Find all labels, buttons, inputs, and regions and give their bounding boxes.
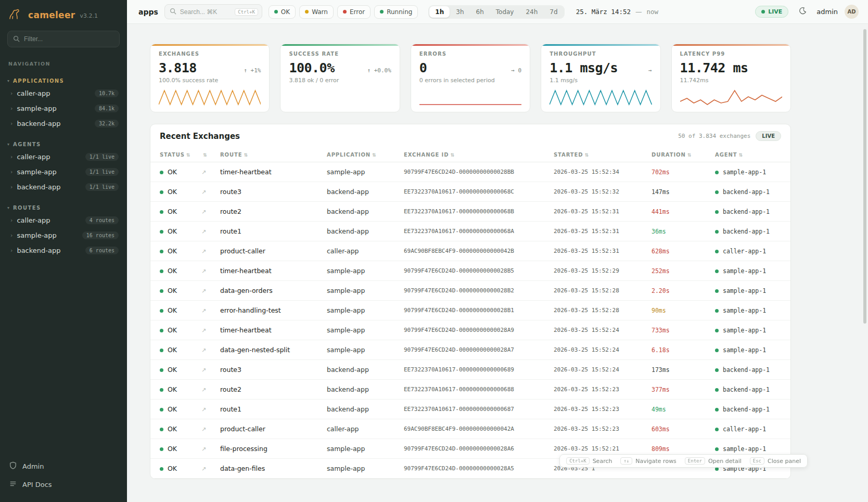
row-agent-label: sample-app-1 xyxy=(723,327,766,334)
sidebar-item-admin[interactable]: Admin xyxy=(0,457,127,475)
time-range-3h[interactable]: 3h xyxy=(450,6,469,18)
sidebar-item-caller-app[interactable]: › caller-app 10.7k xyxy=(0,86,127,101)
section-items: › caller-app 10.7k › sample-app 84.1k › … xyxy=(0,86,127,131)
stat-title: THROUGHPUT xyxy=(550,51,652,57)
exchange-row[interactable]: OK ↗ data-gen-orders sample-app 90799F47… xyxy=(150,281,790,301)
sidebar-filter[interactable] xyxy=(7,31,120,47)
sidebar-item-caller-app[interactable]: › caller-app 1/1 live xyxy=(0,149,127,164)
sidebar-item-backend-app[interactable]: › backend-app 6 routes xyxy=(0,243,127,258)
row-application: backend-app xyxy=(322,380,399,400)
exchange-row[interactable]: OK ↗ data-gen-nested-split sample-app 90… xyxy=(150,340,790,360)
status-filter-ok[interactable]: OK xyxy=(269,5,296,19)
time-range-6h[interactable]: 6h xyxy=(470,6,490,18)
exchange-row[interactable]: OK ↗ route3 backend-app EE7322370A10617-… xyxy=(150,182,790,202)
table-live-badge[interactable]: LIVE xyxy=(756,131,781,141)
column-header-agent[interactable]: AGENT⇅ xyxy=(710,148,790,162)
stat-trend: ↑ +0.0% xyxy=(367,67,391,74)
row-exchange-id: 90799F47E6CD24D-00000000000028BB xyxy=(399,162,548,182)
sidebar-item-backend-app[interactable]: › backend-app 1/1 live xyxy=(0,179,127,195)
open-detail-icon[interactable]: ↗ xyxy=(201,307,206,314)
sidebar-section-header[interactable]: ▾ AGENTS xyxy=(0,139,127,149)
row-duration: 603ms xyxy=(646,419,710,439)
sidebar-filter-input[interactable] xyxy=(24,35,114,43)
stat-value: 3.818 xyxy=(159,60,197,75)
sidebar-item-caller-app[interactable]: › caller-app 4 routes xyxy=(0,213,127,228)
time-display[interactable]: 25. März 14:52 — now xyxy=(576,8,658,16)
sidebar-section-header[interactable]: ▾ APPLICATIONS xyxy=(0,76,127,86)
exchange-row[interactable]: OK ↗ error-handling-test sample-app 9079… xyxy=(150,301,790,320)
status-filter-running[interactable]: Running xyxy=(374,5,418,19)
row-agent-label: backend-app-1 xyxy=(723,386,770,393)
status-filter-warn[interactable]: Warn xyxy=(299,5,334,19)
time-range-1h[interactable]: 1h xyxy=(429,6,450,18)
hint-label: Open detail xyxy=(708,458,742,465)
exchange-row[interactable]: OK ↗ product-caller caller-app 69AC90BF8… xyxy=(150,241,790,261)
open-detail-icon[interactable]: ↗ xyxy=(201,169,206,176)
global-search[interactable]: Ctrl+K xyxy=(164,4,262,19)
row-started: 2026-03-25 15:52:24 xyxy=(548,320,646,340)
exchange-row[interactable]: OK ↗ timer-heartbeat sample-app 90799F47… xyxy=(150,320,790,340)
sidebar-item-sample-app[interactable]: › sample-app 16 routes xyxy=(0,228,127,243)
sidebar-item-sample-app[interactable]: › sample-app 1/1 live xyxy=(0,164,127,179)
row-exchange-id: EE7322370A10617-0000000000000687 xyxy=(399,400,548,419)
sidebar-item-label: backend-app xyxy=(17,247,81,254)
sidebar-item-backend-app[interactable]: › backend-app 32.2k xyxy=(0,116,127,131)
scrollbar-thumb[interactable] xyxy=(863,29,866,324)
sidebar-section-header[interactable]: ▾ ROUTES xyxy=(0,203,127,213)
exchange-row[interactable]: OK ↗ timer-heartbeat sample-app 90799F47… xyxy=(150,261,790,281)
column-header-status[interactable]: STATUS⇅ xyxy=(150,148,196,162)
time-range-24h[interactable]: 24h xyxy=(520,6,543,18)
open-detail-icon[interactable]: ↗ xyxy=(201,367,206,374)
open-detail-icon[interactable]: ↗ xyxy=(201,268,206,275)
open-detail-icon[interactable]: ↗ xyxy=(201,466,206,472)
user-name[interactable]: admin xyxy=(816,8,838,16)
agent-status-dot xyxy=(715,428,719,431)
open-detail-icon[interactable]: ↗ xyxy=(201,347,206,354)
search-input[interactable] xyxy=(180,8,231,16)
sidebar: cameleer v3.2.1 NAVIGATION ▾ APPLICATION… xyxy=(0,0,127,502)
stat-card: LATENCY P99 11.742 ms 11.742ms xyxy=(671,44,791,112)
open-detail-icon[interactable]: ↗ xyxy=(201,288,206,294)
exchange-row[interactable]: OK ↗ route1 backend-app EE7322370A10617-… xyxy=(150,222,790,241)
open-detail-icon[interactable]: ↗ xyxy=(201,387,206,393)
open-detail-icon[interactable]: ↗ xyxy=(201,406,206,413)
column-header-started[interactable]: STARTED⇅ xyxy=(548,148,646,162)
column-header-route[interactable]: ROUTE⇅ xyxy=(215,148,322,162)
open-detail-icon[interactable]: ↗ xyxy=(201,327,206,334)
column-header[interactable]: ⇅ xyxy=(196,148,215,162)
exchange-row[interactable]: OK ↗ route3 backend-app EE7322370A10617-… xyxy=(150,360,790,380)
status-ok-dot xyxy=(160,408,163,411)
status-filter-label: Error xyxy=(350,8,365,16)
column-header-exchange-id[interactable]: EXCHANGE ID⇅ xyxy=(399,148,548,162)
row-application: backend-app xyxy=(322,202,399,222)
exchange-row[interactable]: OK ↗ timer-heartbeat sample-app 90799F47… xyxy=(150,162,790,182)
exchange-row[interactable]: OK ↗ route1 backend-app EE7322370A10617-… xyxy=(150,400,790,419)
open-detail-icon[interactable]: ↗ xyxy=(201,189,206,196)
row-route: route3 xyxy=(215,182,322,202)
open-detail-icon[interactable]: ↗ xyxy=(201,426,206,433)
sidebar-item-badge: 6 routes xyxy=(85,247,119,254)
sidebar-item-sample-app[interactable]: › sample-app 84.1k xyxy=(0,101,127,116)
exchange-row[interactable]: OK ↗ route2 backend-app EE7322370A10617-… xyxy=(150,202,790,222)
column-header-duration[interactable]: DURATION⇅ xyxy=(646,148,710,162)
row-status-label: OK xyxy=(168,247,177,255)
open-detail-icon[interactable]: ↗ xyxy=(201,228,206,235)
time-range-today[interactable]: Today xyxy=(490,6,520,18)
avatar[interactable]: AD xyxy=(845,5,859,19)
row-exchange-id: 90799F47E6CD24D-00000000000028B5 xyxy=(399,261,548,281)
logo[interactable]: cameleer v3.2.1 xyxy=(0,0,127,29)
open-detail-icon[interactable]: ↗ xyxy=(201,248,206,255)
column-header-application[interactable]: APPLICATION⇅ xyxy=(322,148,399,162)
exchange-row[interactable]: OK ↗ product-caller caller-app 69AC90BF8… xyxy=(150,419,790,439)
open-detail-icon[interactable]: ↗ xyxy=(201,209,206,215)
row-exchange-id: EE7322370A10617-0000000000000688 xyxy=(399,380,548,400)
time-range-7d[interactable]: 7d xyxy=(544,6,563,18)
dark-mode-toggle[interactable] xyxy=(795,5,810,19)
status-filter-error[interactable]: Error xyxy=(337,5,371,19)
sidebar-item-api-docs[interactable]: API Docs xyxy=(0,475,127,494)
row-started: 2026-03-25 15:52:34 xyxy=(548,162,646,182)
stats-row: EXCHANGES 3.818 ↑ +1% 100.0% success rat… xyxy=(150,44,791,112)
exchange-row[interactable]: OK ↗ route2 backend-app EE7322370A10617-… xyxy=(150,380,790,400)
open-detail-icon[interactable]: ↗ xyxy=(201,446,206,453)
live-toggle[interactable]: LIVE xyxy=(755,6,788,18)
